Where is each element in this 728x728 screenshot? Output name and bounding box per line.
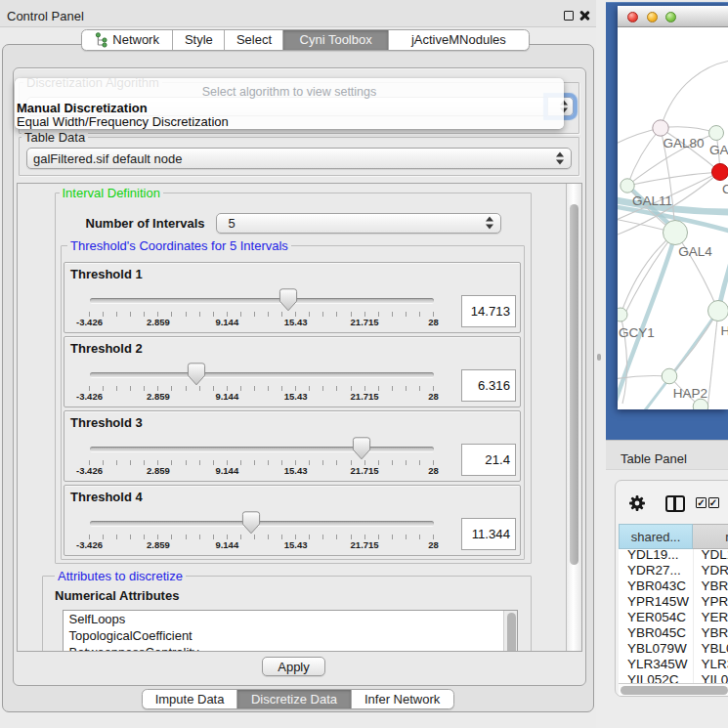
tab-jactivemnodules[interactable]: jActiveMNodules — [389, 30, 529, 50]
table-cell[interactable]: YBR0 — [702, 625, 728, 641]
table-cell[interactable]: YLR3 — [702, 657, 728, 672]
window-close-icon[interactable] — [627, 12, 638, 22]
tick-label: -3.426 — [56, 465, 124, 476]
threshold-4-block: Threshold 4 -3.426 2.859 9.144 15.43 21.… — [64, 485, 521, 557]
threshold-2-slider-track[interactable] — [90, 372, 434, 377]
table-cell[interactable]: YPR1 — [702, 594, 728, 610]
tick-label: 2.859 — [124, 539, 193, 550]
splitpane-handle[interactable] — [597, 354, 601, 361]
threshold-4-value: 11.344 — [472, 527, 510, 541]
node-label-hap2: HAP2 — [672, 386, 707, 401]
table-cell[interactable]: YBR045C — [627, 625, 686, 641]
node-gcy1[interactable] — [618, 308, 627, 321]
algorithm-popup-item-equal-width[interactable]: Equal Width/Frequency Discretization — [17, 114, 229, 129]
tab-style[interactable]: Style — [173, 30, 225, 50]
numerical-attributes-list[interactable]: SelfLoops TopologicalCoefficient Between… — [63, 610, 519, 652]
threshold-2-slider-thumb[interactable] — [187, 363, 206, 386]
tab-cyni-toolbox[interactable]: Cyni Toolbox — [283, 30, 388, 50]
node-ga[interactable] — [708, 126, 723, 141]
table-cell[interactable]: YLR345W — [627, 657, 688, 672]
list-item[interactable]: TopologicalCoefficient — [69, 627, 193, 644]
tick-label: 9.144 — [193, 465, 261, 476]
column-header-shared-name[interactable]: shared... — [619, 524, 693, 549]
algorithm-popup-item-manual[interactable]: Manual Discretization — [17, 101, 148, 115]
close-icon[interactable] — [578, 10, 590, 21]
tab-infer-network[interactable]: Infer Network — [352, 690, 453, 709]
table-cell[interactable]: YDR2 — [702, 563, 728, 578]
node-gal11[interactable] — [620, 179, 633, 193]
threshold-3-slider-thumb[interactable] — [352, 437, 371, 460]
table-hscrollbar[interactable] — [619, 683, 728, 696]
apply-button[interactable]: Apply — [262, 657, 325, 677]
tick-label: 21.715 — [330, 317, 399, 327]
network-window-titlebar — [618, 6, 728, 27]
table-cell[interactable]: YPR145W — [627, 594, 689, 610]
checkbox-icon[interactable]: ✓ — [708, 497, 719, 508]
table-data-combo[interactable]: galFiltered.sif default node — [26, 148, 572, 169]
network-icon — [95, 31, 108, 48]
checkbox-icon[interactable]: ✓ — [696, 497, 707, 508]
threshold-2-value-field[interactable]: 6.316 — [461, 369, 516, 402]
combo-arrows-icon — [556, 151, 564, 164]
window-minimize-icon[interactable] — [647, 12, 658, 22]
tick-label: 2.859 — [124, 465, 193, 476]
threshold-3-slider-ticks — [89, 460, 435, 465]
tab-select-label: Select — [236, 32, 272, 47]
attributes-group-title: Attributes to discretize — [55, 568, 186, 582]
threshold-1-label: Threshold 1 — [70, 267, 143, 281]
threshold-1-slider-track[interactable] — [90, 298, 434, 303]
table-cell[interactable]: YBR0 — [702, 578, 728, 594]
threshold-3-slider-track[interactable] — [90, 447, 434, 451]
columns-icon[interactable] — [665, 495, 685, 512]
table-cell[interactable]: YBR043C — [627, 578, 686, 594]
node-label-h: H — [720, 323, 728, 338]
node-gal80[interactable] — [652, 120, 667, 136]
node-bottom[interactable] — [693, 399, 708, 408]
interval-definition-group-title: Interval Definition — [60, 185, 163, 199]
float-icon[interactable] — [564, 11, 574, 21]
network-canvas[interactable]: GAL80 GA C GAL11 GAL4 GCY1 H HAP2 — [618, 27, 728, 409]
control-panel-titlebar: Control Panel — [0, 0, 596, 27]
window-zoom-icon[interactable] — [665, 12, 676, 22]
node-h[interactable] — [707, 301, 728, 321]
table-cell[interactable]: YDR27... — [627, 563, 681, 578]
tab-impute-data[interactable]: Impute Data — [143, 690, 237, 709]
threshold-4-slider-thumb[interactable] — [241, 511, 261, 535]
tab-discretize-data[interactable]: Discretize Data — [237, 690, 352, 709]
tab-select[interactable]: Select — [225, 30, 283, 50]
threshold-2-slider-ticks — [89, 386, 435, 391]
threshold-4-value-field[interactable]: 11.344 — [461, 518, 516, 550]
tick-label: 21.715 — [330, 539, 399, 550]
number-of-intervals-combo[interactable]: 5 — [216, 213, 501, 234]
table-cell[interactable]: YDL19... — [627, 547, 679, 563]
tick-label: 15.43 — [262, 539, 330, 550]
tab-network[interactable]: Network — [82, 30, 173, 50]
table-cell[interactable]: YBL079W — [627, 641, 687, 657]
node-red[interactable] — [711, 164, 728, 181]
threshold-1-slider-thumb[interactable] — [278, 288, 298, 312]
list-item[interactable]: BetweennessCentrality — [69, 644, 199, 652]
tick-label: -3.426 — [56, 539, 124, 550]
threshold-4-slider-track[interactable] — [90, 521, 434, 526]
table-panel-title: Table Panel — [621, 451, 687, 466]
panel-scrollbar-thumb[interactable] — [570, 204, 579, 565]
list-scrollbar[interactable] — [503, 611, 517, 652]
list-item[interactable]: SelfLoops — [69, 611, 126, 627]
threshold-3-value-field[interactable]: 21.4 — [461, 444, 516, 476]
network-graph: GAL80 GA C GAL11 GAL4 GCY1 H HAP2 — [618, 27, 728, 409]
panel-scrollbar[interactable] — [566, 184, 581, 652]
threshold-4-slider-ticks — [89, 535, 435, 539]
table-cell[interactable]: YER0 — [702, 610, 728, 625]
table-panel-header: Table Panel — [606, 440, 728, 470]
table-cell[interactable]: YBL0 — [702, 641, 728, 657]
column-header-name[interactable]: name — [693, 524, 728, 549]
table-cell[interactable]: YER054C — [627, 610, 686, 625]
gear-icon[interactable] — [628, 494, 646, 512]
threshold-1-block: Threshold 1 -3.426 2.859 9.144 15.43 21.… — [64, 262, 521, 334]
tick-label: 9.144 — [193, 317, 261, 327]
table-hscrollbar-thumb[interactable] — [621, 686, 728, 695]
table-cell[interactable]: YDL1 — [702, 547, 728, 563]
node-gal4[interactable] — [663, 221, 687, 245]
node-hap2[interactable] — [662, 368, 677, 384]
threshold-1-value-field[interactable]: 14.713 — [461, 295, 516, 327]
